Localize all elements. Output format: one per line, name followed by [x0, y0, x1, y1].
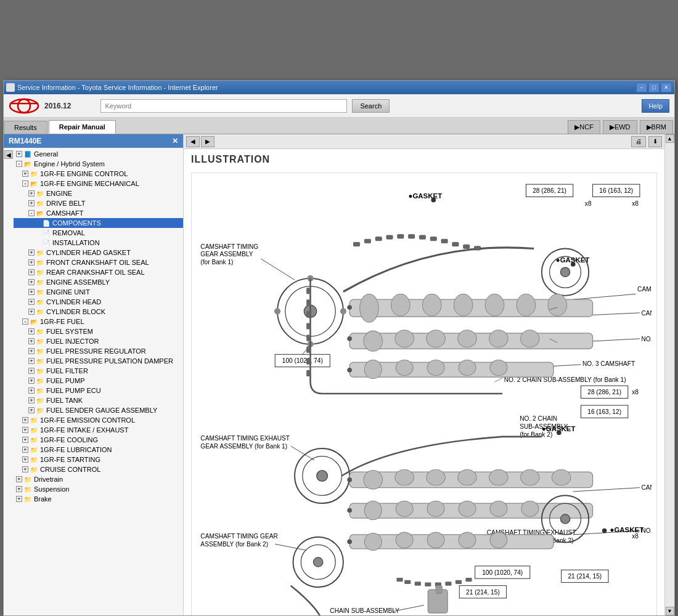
sidebar-item-brake[interactable]: + 📁 Brake [14, 494, 183, 504]
sidebar-item-fuel-filter[interactable]: + 📁 FUEL FILTER [14, 366, 183, 376]
svg-text:NO. 2 CHAIN: NO. 2 CHAIN [520, 415, 557, 422]
main-window: Service Information - Toyota Service Inf… [3, 80, 675, 616]
sidebar-item-engine[interactable]: + 📁 ENGINE [14, 188, 183, 198]
expand-cylinder-head-gasket[interactable]: + [28, 249, 35, 256]
sidebar-item-emission-control[interactable]: + 📁 1GR-FE EMISSION CONTROL [14, 415, 183, 425]
expand-fuel-pump[interactable]: + [28, 378, 35, 384]
scroll-up-button[interactable]: ▲ [666, 134, 674, 143]
sidebar-item-fuel-injector[interactable]: + 📁 FUEL INJECTOR [14, 336, 183, 346]
expand-lubrication[interactable]: + [22, 447, 28, 453]
expand-cylinder-head[interactable]: + [28, 299, 35, 305]
search-button[interactable]: Search [352, 99, 390, 113]
sidebar-item-cylinder-block[interactable]: + 📁 CYLINDER BLOCK [14, 307, 183, 317]
sidebar-item-cylinder-head[interactable]: + 📁 CYLINDER HEAD [14, 297, 183, 307]
expand-fuel-injector[interactable]: + [28, 338, 35, 344]
sidebar-close-button[interactable]: ✕ [172, 137, 178, 145]
fuel-filter-icon: 📁 [36, 367, 44, 375]
close-button[interactable]: ✕ [661, 83, 672, 92]
sidebar-item-front-crank-seal[interactable]: + 📁 FRONT CRANKSHAFT OIL SEAL [14, 257, 183, 267]
sidebar-item-cooling[interactable]: + 📁 1GR-FE COOLING [14, 435, 183, 445]
print-button[interactable]: 🖨 [631, 136, 646, 147]
download-button[interactable]: ⬇ [648, 136, 662, 147]
expand-emission-control[interactable]: + [22, 417, 28, 423]
sidebar-item-fuel-pump-ecu[interactable]: + 📁 FUEL PUMP ECU [14, 386, 183, 395]
expand-suspension[interactable]: + [16, 486, 22, 492]
sidebar-item-rear-crank-seal[interactable]: + 📁 REAR CRANKSHAFT OIL SEAL [14, 267, 183, 277]
expand-drivetrain[interactable]: + [16, 476, 22, 482]
svg-text:●GASKET: ●GASKET [409, 192, 443, 200]
expand-cylinder-block[interactable]: + [28, 309, 35, 315]
sidebar-item-engine-assembly[interactable]: + 📁 ENGINE ASSEMBLY [14, 277, 183, 287]
expand-cruise-control[interactable]: + [22, 466, 28, 472]
sidebar-item-fuel-pump[interactable]: + 📁 FUEL PUMP [14, 376, 183, 386]
svg-text:100 (1020, 74): 100 (1020, 74) [282, 357, 323, 364]
sidebar-item-components[interactable]: 📄 COMPONENTS [14, 218, 183, 228]
help-button[interactable]: Help [642, 99, 669, 113]
expand-fuel-pump-ecu[interactable]: + [28, 387, 35, 394]
fuel-pressure-reg-icon: 📁 [36, 347, 44, 355]
expand-fuel-tank[interactable]: + [28, 397, 35, 403]
expand-cooling[interactable]: + [22, 437, 28, 443]
sidebar-item-1gr-engine-mech[interactable]: - 📂 1GR-FE ENGINE MECHANICAL [14, 179, 183, 188]
scroll-down-button[interactable]: ▼ [666, 607, 674, 615]
search-input[interactable] [100, 99, 347, 113]
expand-engine-hybrid[interactable]: - [16, 161, 22, 167]
expand-1gr-engine-control[interactable]: + [22, 171, 28, 177]
expand-engine-assembly[interactable]: + [28, 279, 35, 285]
expand-fuel-sender-gauge[interactable]: + [28, 407, 35, 413]
expand-camshaft[interactable]: - [28, 210, 35, 216]
sidebar-item-lubrication[interactable]: + 📁 1GR-FE LUBRICATION [14, 445, 183, 455]
expand-1gr-engine-mech[interactable]: - [22, 180, 28, 187]
sidebar-item-fuel-system[interactable]: + 📁 FUEL SYSTEM [14, 326, 183, 336]
minimize-button[interactable]: − [636, 83, 647, 92]
nav-forward-button[interactable]: ▶ [201, 136, 214, 147]
sidebar-item-fuel-pressure-reg[interactable]: + 📁 FUEL PRESSURE REGULATOR [14, 346, 183, 356]
tab-results[interactable]: Results [4, 121, 47, 134]
expand-engine-unit[interactable]: + [28, 289, 35, 295]
title-bar-left: Service Information - Toyota Service Inf… [6, 83, 218, 92]
sidebar-item-drive-belt[interactable]: + 📁 DRIVE BELT [14, 198, 183, 208]
sidebar-item-starting[interactable]: + 📁 1GR-FE STARTING [14, 455, 183, 464]
sidebar-item-cylinder-head-gasket[interactable]: + 📁 CYLINDER HEAD GASKET [14, 248, 183, 257]
expand-fuel-system[interactable]: + [28, 328, 35, 334]
expand-1gr-fuel[interactable]: - [22, 318, 28, 325]
expand-fuel-pulsation[interactable]: + [28, 358, 35, 364]
expand-intake-exhaust[interactable]: + [22, 427, 28, 433]
expand-front-crank-seal[interactable]: + [28, 259, 35, 265]
version-label: 2016.12 [44, 102, 71, 110]
nav-back-button[interactable]: ◀ [186, 136, 200, 147]
sidebar-item-fuel-sender-gauge[interactable]: + 📁 FUEL SENDER GAUGE ASSEMBLY [14, 405, 183, 415]
expand-starting[interactable]: + [22, 456, 28, 463]
expand-engine[interactable]: + [28, 190, 35, 197]
sidebar-item-fuel-tank[interactable]: + 📁 FUEL TANK [14, 395, 183, 405]
sidebar-item-engine-hybrid[interactable]: - 📂 Engine / Hybrid System [14, 159, 183, 169]
sidebar-item-camshaft[interactable]: - 📂 CAMSHAFT [14, 208, 183, 218]
expand-brake[interactable]: + [16, 496, 22, 502]
expand-fuel-filter[interactable]: + [28, 368, 35, 374]
tab-repair-manual[interactable]: Repair Manual [49, 120, 116, 134]
svg-point-45 [360, 294, 379, 322]
tab-ncf[interactable]: ▶NCF [568, 120, 600, 134]
sidebar-nav-button[interactable]: ◀ [4, 150, 13, 159]
tab-brm[interactable]: ▶BRM [640, 120, 673, 134]
expand-rear-crank-seal[interactable]: + [28, 269, 35, 275]
expand-fuel-pressure-reg[interactable]: + [28, 348, 35, 354]
expand-general[interactable]: + [16, 151, 22, 157]
maximize-button[interactable]: □ [648, 83, 660, 92]
svg-point-111 [521, 469, 540, 485]
sidebar-item-fuel-pulsation[interactable]: + 📁 FUEL PRESSURE PULSATION DAMPER [14, 356, 183, 366]
sidebar-item-suspension[interactable]: + 📁 Suspension [14, 484, 183, 494]
sidebar-label-fuel-sender-gauge: FUEL SENDER GAUGE ASSEMBLY [46, 407, 157, 414]
sidebar-item-1gr-fuel[interactable]: - 📂 1GR-FE FUEL [14, 317, 183, 326]
sidebar-item-drivetrain[interactable]: + 📁 Drivetrain [14, 474, 183, 484]
sidebar-item-intake-exhaust[interactable]: + 📁 1GR-FE INTAKE / EXHAUST [14, 425, 183, 435]
sidebar-label-cylinder-block: CYLINDER BLOCK [46, 308, 105, 315]
sidebar-item-engine-unit[interactable]: + 📁 ENGINE UNIT [14, 287, 183, 297]
expand-drive-belt[interactable]: + [28, 200, 35, 206]
sidebar-item-cruise-control[interactable]: + 📁 CRUISE CONTROL [14, 464, 183, 474]
sidebar-item-1gr-engine-control[interactable]: + 📁 1GR-FE ENGINE CONTROL [14, 169, 183, 179]
sidebar-item-removal[interactable]: 📄 REMOVAL [14, 228, 183, 238]
sidebar-item-installation[interactable]: 📄 INSTALLATION [14, 238, 183, 248]
tab-ewd[interactable]: ▶EWD [603, 120, 637, 134]
sidebar-item-general[interactable]: + 📘 General [14, 149, 183, 159]
